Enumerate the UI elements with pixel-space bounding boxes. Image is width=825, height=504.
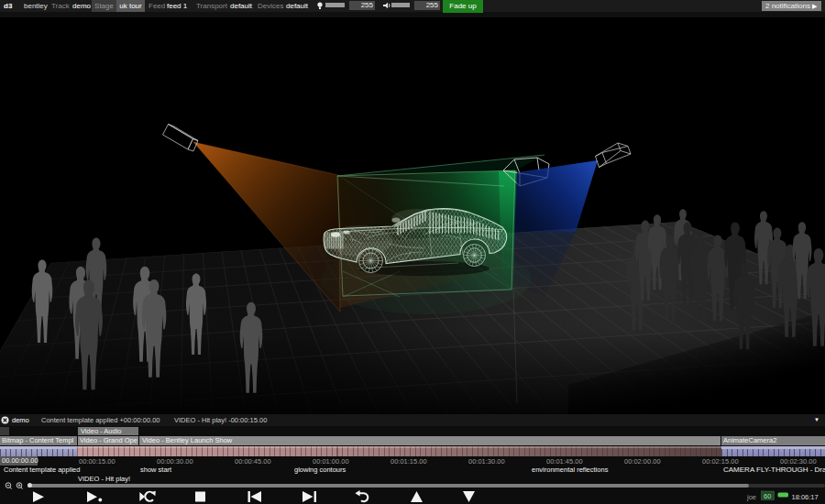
svg-text:18:06:17: 18:06:17 [792,493,819,501]
svg-text:joe: joe [746,493,756,501]
svg-text:60: 60 [764,492,771,500]
